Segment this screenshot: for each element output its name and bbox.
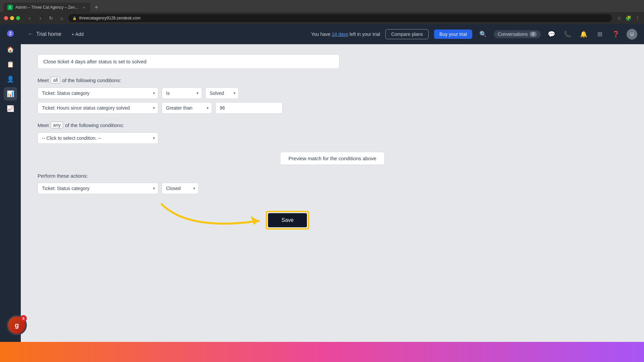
condition1-field-select[interactable]: Ticket: Status category <box>38 87 158 99</box>
condition1-value-wrapper: Solved <box>205 87 239 99</box>
conversations-button[interactable]: Conversations 0 <box>494 30 541 38</box>
condition2-op-select[interactable]: Greater than <box>162 102 212 114</box>
url-text: threecatagency9128.zendesk.com <box>79 16 141 20</box>
left-sidebar: Z 🏠 📋 👤 📊 📈 ⚙️ <box>0 24 21 362</box>
action1-value-wrapper: Closed <box>162 183 199 194</box>
tab-close-icon[interactable]: × <box>82 5 86 10</box>
traffic-light-minimize[interactable] <box>10 16 14 20</box>
any-keyword: any <box>51 122 63 128</box>
user-avatar[interactable]: U <box>627 29 637 40</box>
arrow-annotation <box>155 197 282 234</box>
extensions-icon[interactable]: 🧩 <box>626 15 631 21</box>
back-arrow-icon: ← <box>28 31 34 38</box>
gradient-bar <box>0 342 644 362</box>
buy-trial-button[interactable]: Buy your trial <box>434 29 472 39</box>
condition-row-1: Ticket: Status category Is Solved <box>38 87 627 99</box>
condition2-value-input[interactable] <box>215 102 282 114</box>
svg-text:Z: Z <box>9 31 11 36</box>
action-row-1: Ticket: Status category Closed <box>38 183 627 194</box>
trial-notice: You have 14 days left in your trial <box>311 32 380 37</box>
user-widget[interactable]: g 6 <box>7 315 27 335</box>
condition1-value-select[interactable]: Solved <box>205 87 239 99</box>
lock-icon: 🔒 <box>72 16 76 20</box>
bookmark-icon[interactable]: ☆ <box>617 15 622 21</box>
condition1-field-wrapper: Ticket: Status category <box>38 87 158 99</box>
active-tab[interactable]: Z Admin – Three Cat Agency – Zen… × <box>3 3 90 12</box>
grid-icon[interactable]: ⊞ <box>594 29 605 40</box>
compare-plans-button[interactable]: Compare plans <box>385 29 429 39</box>
tab-favicon: Z <box>7 5 13 10</box>
sidebar-item-home[interactable]: 🏠 <box>4 43 17 56</box>
trial-days-link[interactable]: 14 days <box>332 32 348 37</box>
tab-title: Admin – Three Cat Agency – Zen… <box>15 5 79 10</box>
any-condition-row: -- Click to select condition. -- <box>38 132 627 144</box>
condition2-field-wrapper: Ticket: Hours since status category solv… <box>38 102 158 114</box>
traffic-light-fullscreen[interactable] <box>16 16 20 20</box>
form-title: Close ticket 4 days after status is set … <box>38 54 339 69</box>
any-condition-field-wrapper: -- Click to select condition. -- <box>38 132 158 144</box>
sidebar-item-reports[interactable]: 📊 <box>4 87 17 101</box>
search-button[interactable]: 🔍 <box>478 29 488 40</box>
save-button[interactable]: Save <box>268 213 307 227</box>
sidebar-item-users[interactable]: 👤 <box>4 72 17 86</box>
phone-icon[interactable]: 📞 <box>562 29 573 40</box>
address-bar[interactable]: 🔒 threecatagency9128.zendesk.com <box>68 14 612 22</box>
bell-icon[interactable]: 🔔 <box>578 29 589 40</box>
menu-icon[interactable]: ⋮ <box>635 15 640 21</box>
app-logo: Z <box>5 28 16 39</box>
sidebar-item-tickets[interactable]: 📋 <box>4 58 17 71</box>
all-keyword: all <box>51 77 60 83</box>
all-conditions-label: Meet all of the following conditions: <box>38 77 627 83</box>
conversations-count: 0 <box>530 32 537 37</box>
trial-home-nav[interactable]: ← Trial home <box>28 31 61 38</box>
trial-home-label: Trial home <box>36 31 61 37</box>
condition1-op-select[interactable]: Is <box>162 87 202 99</box>
all-conditions-section: Meet all of the following conditions: Ti… <box>38 77 627 114</box>
chat-icon[interactable]: 💬 <box>546 29 557 40</box>
forward-button[interactable]: › <box>36 14 44 22</box>
condition1-op-wrapper: Is <box>162 87 202 99</box>
home-button[interactable]: ⌂ <box>58 14 66 22</box>
action1-field-select[interactable]: Ticket: Status category <box>38 183 158 194</box>
traffic-light-close[interactable] <box>4 16 8 20</box>
new-tab-button[interactable]: + <box>92 3 101 12</box>
conversations-label: Conversations <box>498 32 528 37</box>
notification-badge: 6 <box>20 315 27 322</box>
any-conditions-label: Meet any of the following conditions: <box>38 122 627 128</box>
add-label: + Add <box>71 32 84 37</box>
condition2-op-wrapper: Greater than <box>162 102 212 114</box>
any-conditions-section: Meet any of the following conditions: --… <box>38 122 627 144</box>
save-button-wrapper: Save <box>266 211 309 230</box>
top-navbar: ← Trial home + Add You have 14 days left… <box>21 24 644 44</box>
condition2-field-select[interactable]: Ticket: Hours since status category solv… <box>38 102 158 114</box>
actions-section: Perform these actions: Ticket: Status ca… <box>38 173 627 194</box>
save-highlight-border: Save <box>266 211 309 230</box>
action1-field-wrapper: Ticket: Status category <box>38 183 158 194</box>
actions-label: Perform these actions: <box>38 173 627 179</box>
preview-match-button[interactable]: Preview match for the conditions above <box>280 152 385 165</box>
back-button[interactable]: ‹ <box>25 14 34 22</box>
reload-button[interactable]: ↻ <box>47 14 55 22</box>
content-area: Close ticket 4 days after status is set … <box>21 44 644 362</box>
action1-value-select[interactable]: Closed <box>162 183 199 194</box>
help-icon[interactable]: ❓ <box>610 29 621 40</box>
any-condition-select[interactable]: -- Click to select condition. -- <box>38 132 158 144</box>
sidebar-item-analytics[interactable]: 📈 <box>4 102 17 115</box>
svg-marker-2 <box>251 216 259 225</box>
add-button[interactable]: + Add <box>71 32 84 37</box>
condition-row-2: Ticket: Hours since status category solv… <box>38 102 627 114</box>
